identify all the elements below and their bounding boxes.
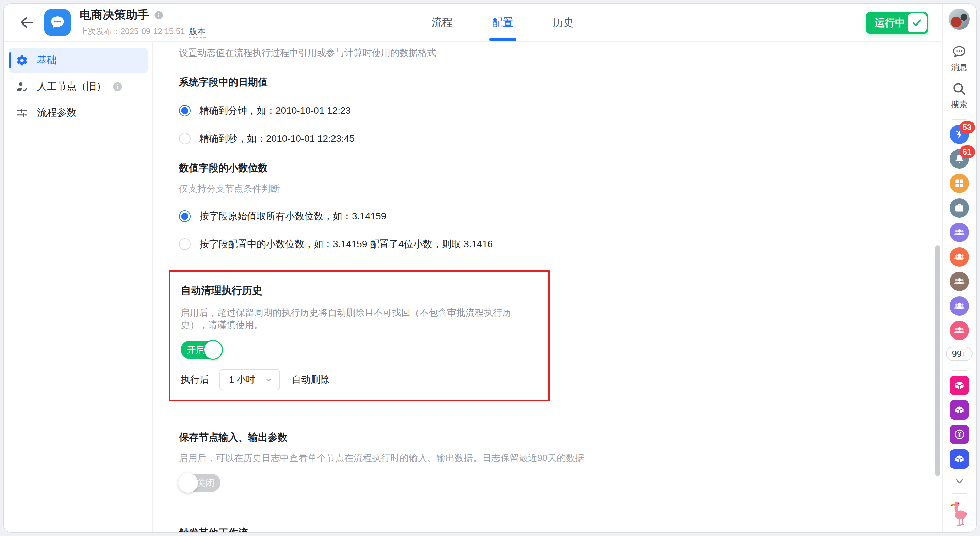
flamingo-mascot[interactable] xyxy=(948,499,970,528)
gear-icon xyxy=(16,54,28,67)
content-scrollbar[interactable] xyxy=(935,245,940,476)
active-tab-indicator xyxy=(489,38,516,41)
yuan-icon xyxy=(953,428,966,440)
io-toggle[interactable]: 关闭 xyxy=(179,474,221,492)
dock-app-work[interactable] xyxy=(950,198,969,218)
header: 电商决策助手 上次发布：2025-09-12 15:51 版本 流程 配置 历史… xyxy=(4,4,942,41)
sidebar-item-label: 流程参数 xyxy=(37,106,76,120)
tab-history[interactable]: 历史 xyxy=(550,4,576,41)
dock-pinned-app[interactable] xyxy=(950,376,969,395)
auto-delete-suffix: 自动删除 xyxy=(292,373,330,386)
radio-selected-icon[interactable] xyxy=(179,105,191,116)
dock-pinned-app[interactable] xyxy=(950,424,969,444)
radio-decimal-original[interactable]: 按字段原始值取所有小数位数，如：3.14159 xyxy=(179,210,942,223)
radio-label: 按字段配置中的小数位数，如：3.14159 配置了4位小数，则取 3.1416 xyxy=(199,238,493,250)
retention-period-select[interactable]: 1 小时 xyxy=(220,369,280,390)
section-title-io: 保存节点输入、输出参数 xyxy=(179,431,942,444)
section-title-trigger: 触发其他工作流 xyxy=(179,526,942,532)
radio-decimal-configured[interactable]: 按字段配置中的小数位数，如：3.14159 配置了4位小数，则取 3.1416 xyxy=(179,238,942,250)
dock-group[interactable] xyxy=(950,321,969,340)
people-icon xyxy=(953,300,966,312)
page-title: 电商决策助手 xyxy=(80,7,149,23)
radio-date-minute[interactable]: 精确到分钟，如：2010-10-01 12:23 xyxy=(179,104,942,117)
tab-config[interactable]: 配置 xyxy=(489,4,516,41)
people-icon xyxy=(953,251,966,263)
user-avatar[interactable] xyxy=(949,8,970,30)
grid-icon xyxy=(953,177,966,189)
section-title-decimal: 数值字段的小数位数 xyxy=(179,161,942,175)
blocks-icon xyxy=(953,404,966,416)
sidebar: 基础 人工节点（旧） 流程参数 xyxy=(4,42,153,532)
cleanup-section-highlight-box: 自动清理执行历史 启用后，超过保留周期的执行历史将自动删除且不可找回（不包含审批… xyxy=(169,270,550,402)
dock-pinned-app[interactable] xyxy=(950,400,969,420)
people-icon xyxy=(953,227,966,238)
section-subtitle-decimal: 仅支持分支节点条件判断 xyxy=(179,182,942,195)
blocks-icon xyxy=(953,453,966,465)
version-link[interactable]: 版本 xyxy=(189,26,205,38)
radio-date-second[interactable]: 精确到秒，如：2010-10-01 12:23:45 xyxy=(179,132,942,145)
dock-messages[interactable]: 消息 xyxy=(951,44,967,73)
radio-label: 按字段原始值取所有小数位数，如：3.14159 xyxy=(199,210,386,223)
unread-badge: 61 xyxy=(959,145,975,158)
chevron-down-icon xyxy=(264,375,273,384)
status-knob xyxy=(907,13,927,32)
sliders-icon xyxy=(16,107,28,119)
dock-divider xyxy=(952,493,967,494)
cleanup-toggle[interactable]: 开启 xyxy=(181,341,222,359)
check-icon xyxy=(911,17,923,29)
sidebar-item-label: 基础 xyxy=(37,53,57,67)
select-value: 1 小时 xyxy=(229,373,255,386)
dock-search[interactable]: 搜索 xyxy=(951,81,967,110)
running-status-toggle[interactable]: 运行中 xyxy=(865,11,928,34)
tab-bar: 流程 配置 历史 xyxy=(429,4,576,41)
dock-group[interactable] xyxy=(950,296,969,316)
dock-overflow-badge[interactable]: 99+ xyxy=(946,347,972,361)
cleanup-description: 启用后，超过保留周期的执行历史将自动删除且不可找回（不包含审批流程执行历史），请… xyxy=(181,306,538,331)
people-icon xyxy=(953,276,966,287)
section-title-cleanup: 自动清理执行历史 xyxy=(181,284,538,298)
title-block: 电商决策助手 上次发布：2025-09-12 15:51 版本 xyxy=(80,7,205,38)
radio-label: 精确到分钟，如：2010-10-01 12:23 xyxy=(199,104,351,117)
dock-group[interactable] xyxy=(950,247,969,266)
search-icon xyxy=(951,81,967,97)
auto-delete-row: 执行后 1 小时 自动删除 xyxy=(181,369,538,390)
dock-app-assistant[interactable]: 53 xyxy=(950,124,969,144)
dock-expand-chevron-icon[interactable] xyxy=(953,475,966,487)
tab-flow[interactable]: 流程 xyxy=(429,4,455,41)
toggle-label: 开启 xyxy=(187,344,205,356)
blocks-icon xyxy=(953,380,966,391)
running-status-label: 运行中 xyxy=(875,16,905,30)
dock-app-workbench[interactable] xyxy=(950,174,969,193)
toggle-knob xyxy=(178,473,198,493)
dock-divider xyxy=(952,370,967,370)
sidebar-item-manual-node[interactable]: 人工节点（旧） xyxy=(9,74,148,99)
back-button[interactable] xyxy=(19,14,35,30)
radio-unselected-icon[interactable] xyxy=(179,133,191,144)
dock-app-notifications[interactable]: 61 xyxy=(950,149,969,169)
radio-selected-icon[interactable] xyxy=(179,211,191,222)
dock-label: 搜索 xyxy=(951,99,967,110)
unread-badge: 53 xyxy=(959,121,975,134)
radio-unselected-icon[interactable] xyxy=(179,238,191,250)
intro-text: 设置动态值在流程执行过程中引用或参与计算时使用的数据格式 xyxy=(179,46,942,59)
dock-group[interactable] xyxy=(950,223,969,242)
dock: 消息 搜索 53 61 xyxy=(942,4,976,532)
app-logo-chat-icon xyxy=(44,9,71,36)
auto-delete-prefix: 执行后 xyxy=(181,373,209,386)
chat-bubble-icon xyxy=(951,44,967,60)
toggle-knob xyxy=(203,340,223,360)
info-icon[interactable] xyxy=(112,81,123,92)
dock-pinned-app[interactable] xyxy=(950,449,969,469)
dock-label: 消息 xyxy=(951,62,967,73)
sidebar-item-label: 人工节点（旧） xyxy=(37,80,106,93)
dock-group[interactable] xyxy=(950,272,969,291)
title-info-icon[interactable] xyxy=(154,10,164,20)
radio-label: 精确到秒，如：2010-10-01 12:23:45 xyxy=(199,132,355,145)
settings-panel: 设置动态值在流程执行过程中引用或参与计算时使用的数据格式 系统字段中的日期值 精… xyxy=(154,42,942,532)
sidebar-item-basic[interactable]: 基础 xyxy=(9,48,148,73)
person-check-icon xyxy=(16,80,28,93)
section-title-date: 系统字段中的日期值 xyxy=(179,76,942,89)
people-icon xyxy=(953,324,966,337)
sidebar-item-flow-params[interactable]: 流程参数 xyxy=(9,100,148,125)
toggle-label: 关闭 xyxy=(197,477,215,489)
